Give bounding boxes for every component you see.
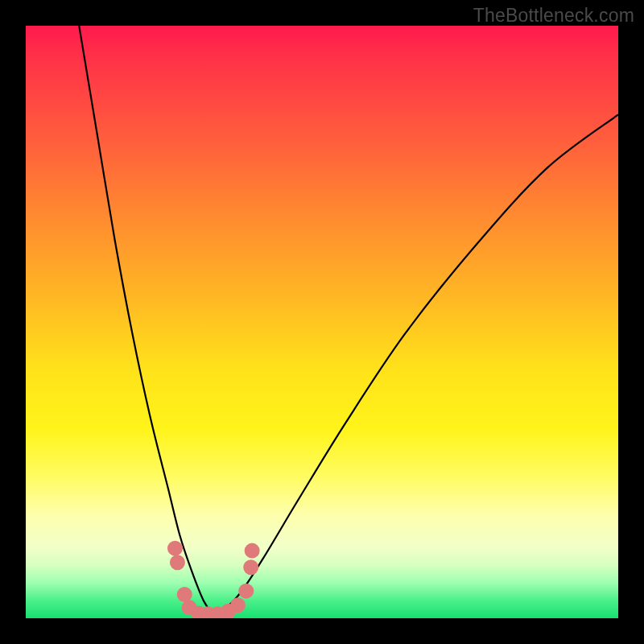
curve-left-branch <box>79 26 215 618</box>
trough-dot <box>167 541 183 556</box>
trough-dot <box>245 543 260 559</box>
trough-dot <box>177 587 192 602</box>
trough-dot <box>230 597 246 613</box>
plot-area <box>26 26 618 618</box>
trough-dot <box>238 584 254 599</box>
curve-right-branch <box>216 114 618 618</box>
chart-frame: TheBottleneck.com <box>0 0 644 644</box>
curve-layer <box>26 26 618 618</box>
watermark-text: TheBottleneck.com <box>473 5 634 27</box>
trough-dot <box>243 559 258 575</box>
trough-dot <box>170 555 185 570</box>
